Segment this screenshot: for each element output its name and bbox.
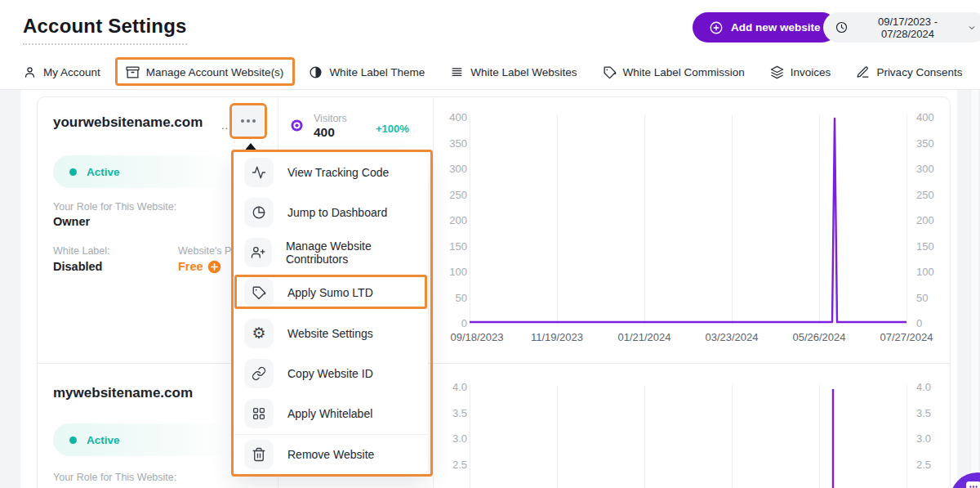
menu-item-label: Copy Website ID	[287, 367, 373, 380]
date-range-value: 09/17/2023 - 07/28/2024	[857, 16, 959, 40]
website-actions-menu-button[interactable]	[232, 105, 265, 137]
tab-label: White Label Theme	[329, 66, 425, 78]
menu-item-label: View Tracking Code	[287, 166, 389, 179]
y-tick-label: 350	[430, 137, 467, 150]
y-tick-label: 3.5	[430, 407, 467, 419]
add-new-website-label: Add new website	[731, 21, 821, 34]
upgrade-plus-icon[interactable]	[207, 260, 221, 274]
tab-manage-account-websites[interactable]: Manage Account Website(s)	[126, 65, 284, 79]
y-tick-label: 4.0	[916, 381, 931, 393]
x-tick-label: 11/19/2023	[523, 331, 591, 343]
role-label: Your Role for This Website:	[53, 472, 176, 483]
scrollbar-track[interactable]	[970, 90, 978, 488]
y-tick-label: 400	[430, 111, 467, 123]
y-tick-label: 3.0	[430, 432, 467, 445]
menu-item-label: Manage Website Contributors	[286, 240, 428, 266]
tab-white-label-commission[interactable]: White Label Commission	[603, 65, 745, 79]
visitors-bullseye-icon	[291, 119, 303, 135]
tab-invoices[interactable]: Invoices	[770, 65, 831, 79]
list-icon	[450, 65, 464, 79]
x-tick-label: 09/18/2023	[443, 331, 511, 343]
tab-label: White Label Commission	[623, 66, 745, 78]
visitors-line-series	[468, 114, 908, 327]
settings-tab-bar: My Account Manage Account Website(s) Whi…	[23, 65, 962, 79]
menu-item-jump-to-dashboard[interactable]: Jump to Dashboard	[234, 192, 428, 232]
role-value: Owner	[53, 215, 90, 228]
stat-value: 400	[314, 125, 335, 140]
y-tick-label: 50	[430, 292, 467, 304]
date-range-picker[interactable]: 09/17/2023 - 07/28/2024	[823, 12, 980, 43]
menu-item-copy-website-id[interactable]: Copy Website ID	[234, 353, 428, 393]
y-tick-label: 2.5	[430, 459, 467, 471]
header: Account Settings Add new website 09/17/2…	[0, 0, 980, 90]
y-tick-label: 300	[430, 163, 467, 175]
menu-item-label: Apply Sumo LTD	[287, 286, 373, 299]
tab-white-label-theme[interactable]: White Label Theme	[309, 65, 425, 79]
website-domain: yourwebsitename.com	[53, 114, 203, 131]
stat-delta-badge: +100%	[376, 123, 409, 135]
role-label: Your Role for This Website:	[53, 201, 176, 213]
menu-item-apply-sumo-ltd[interactable]: Apply Sumo LTD	[234, 273, 428, 313]
dropdown-caret	[243, 143, 258, 152]
menu-item-remove-website[interactable]: Remove Website	[234, 434, 428, 474]
user-plus-icon	[244, 238, 272, 267]
tag-icon	[603, 65, 617, 79]
x-tick-label: 05/26/2024	[785, 331, 853, 343]
y-tick-label: 0	[430, 317, 467, 329]
tab-label: White Label Websites	[470, 66, 577, 78]
menu-item-apply-whitelabel[interactable]: Apply Whitelabel	[234, 394, 428, 434]
account-settings-page: Account Settings Add new website 09/17/2…	[0, 0, 980, 488]
plus-circle-icon	[709, 20, 724, 35]
x-tick-label: 07/27/2024	[872, 331, 941, 343]
grid-icon	[244, 399, 274, 428]
pie-chart-icon	[244, 198, 274, 227]
tab-privacy-consents[interactable]: Privacy Consents	[856, 65, 962, 79]
contrast-icon	[309, 65, 323, 79]
menu-item-label: Jump to Dashboard	[287, 206, 387, 219]
y-tick-label: 100	[916, 266, 934, 278]
chevron-down-icon	[967, 23, 977, 33]
status-dot-icon	[69, 437, 77, 444]
y-tick-label: 350	[916, 137, 934, 150]
y-tick-label: 100	[430, 266, 467, 278]
y-tick-label: 50	[916, 292, 928, 304]
tab-label: My Account	[43, 66, 100, 78]
status-dot-icon	[69, 168, 77, 176]
menu-item-manage-website-contributors[interactable]: Manage Website Contributors	[234, 233, 428, 273]
y-tick-label: 150	[916, 240, 934, 253]
y-tick-label: 400	[916, 111, 934, 123]
y-tick-label: 0	[916, 317, 922, 329]
tab-white-label-websites[interactable]: White Label Websites	[450, 65, 577, 79]
tag-icon	[244, 278, 274, 307]
activity-icon	[244, 158, 274, 187]
y-tick-label: 2.5	[916, 459, 931, 471]
website-actions-dropdown: View Tracking Code Jump to Dashboard Man…	[234, 152, 428, 474]
status-badge: Active	[53, 423, 233, 456]
white-label-label: White Label:	[53, 245, 109, 257]
status-label: Active	[87, 434, 120, 446]
add-new-website-button[interactable]: Add new website	[693, 12, 837, 43]
archive-icon	[126, 65, 140, 79]
y-tick-label: 3.0	[916, 432, 931, 445]
tab-my-account[interactable]: My Account	[23, 65, 100, 79]
menu-item-label: Remove Website	[287, 448, 374, 461]
row-divider	[38, 363, 950, 364]
link-icon	[244, 359, 274, 388]
user-icon	[23, 65, 37, 79]
y-tick-label: 300	[916, 163, 934, 175]
menu-item-label: Apply Whitelabel	[287, 407, 372, 420]
white-label-value: Disabled	[53, 260, 102, 273]
y-tick-label: 250	[430, 189, 467, 201]
layers-icon	[770, 65, 784, 79]
status-badge: Active	[53, 155, 233, 188]
gear-icon: ⚙	[244, 319, 274, 348]
trash-icon	[244, 440, 274, 469]
tab-label: Manage Account Website(s)	[146, 66, 284, 78]
y-tick-label: 200	[430, 214, 467, 226]
clock-icon	[835, 20, 849, 34]
tab-label: Invoices	[791, 66, 831, 78]
second-line-series	[468, 384, 908, 488]
menu-item-view-tracking-code[interactable]: View Tracking Code	[234, 152, 428, 192]
x-tick-label: 03/23/2024	[697, 331, 766, 343]
menu-item-website-settings[interactable]: ⚙ Website Settings	[234, 313, 428, 353]
